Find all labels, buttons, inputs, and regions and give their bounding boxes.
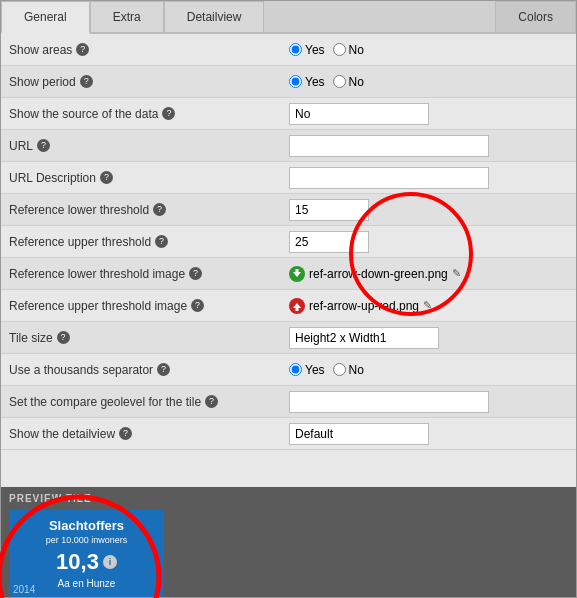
label-show-source: Show the source of the data ? [9,107,289,121]
green-icon [289,266,305,282]
row-show-period: Show period ? Yes No [1,66,576,98]
value-tile-size [289,327,568,349]
row-url: URL ? [1,130,576,162]
input-ref-lower-threshold[interactable] [289,199,369,221]
value-ref-upper-image: ref-arrow-up-red.png ✎ [289,298,568,314]
input-url[interactable] [289,135,489,157]
label-url: URL ? [9,139,289,153]
value-url [289,135,568,157]
radio-show-areas-no[interactable]: No [333,43,364,57]
label-ref-lower-threshold: Reference lower threshold ? [9,203,289,217]
label-ref-lower-image: Reference lower threshold image ? [9,267,289,281]
radio-show-period-no[interactable]: No [333,75,364,89]
tab-detailview[interactable]: Detailview [164,1,265,32]
svg-rect-1 [296,269,299,273]
value-compare-geolevel [289,391,568,413]
radio-show-period-yes[interactable]: Yes [289,75,325,89]
tab-colors[interactable]: Colors [495,1,576,32]
help-icon-ref-lower-image[interactable]: ? [189,267,202,280]
label-ref-upper-threshold: Reference upper threshold ? [9,235,289,249]
value-thousands-sep: Yes No [289,363,568,377]
ref-upper-image-filename: ref-arrow-up-red.png [309,299,419,313]
radio-thousands-yes[interactable]: Yes [289,363,325,377]
value-show-areas: Yes No [289,43,568,57]
input-ref-upper-threshold[interactable] [289,231,369,253]
help-icon-url[interactable]: ? [37,139,50,152]
help-icon-ref-upper-threshold[interactable]: ? [155,235,168,248]
help-icon-ref-lower-threshold[interactable]: ? [153,203,166,216]
input-show-detailview[interactable] [289,423,429,445]
value-ref-upper-threshold [289,231,568,253]
row-ref-lower-threshold: Reference lower threshold ? [1,194,576,226]
tile-title: Slachtoffers [19,518,154,534]
help-icon-show-areas[interactable]: ? [76,43,89,56]
input-url-description[interactable] [289,167,489,189]
label-url-description: URL Description ? [9,171,289,185]
svg-rect-3 [296,307,299,311]
edit-ref-lower-image-icon[interactable]: ✎ [452,267,461,280]
value-ref-lower-threshold [289,199,568,221]
tile-region: Aa en Hunze [19,578,154,589]
value-show-period: Yes No [289,75,568,89]
row-ref-lower-image: Reference lower threshold image ? ref-ar… [1,258,576,290]
label-compare-geolevel: Set the compare geolevel for the tile ? [9,395,289,409]
help-icon-compare-geolevel[interactable]: ? [205,395,218,408]
help-icon-show-detailview[interactable]: ? [119,427,132,440]
tab-bar: General Extra Detailview Colors [1,1,576,34]
row-compare-geolevel: Set the compare geolevel for the tile ? [1,386,576,418]
value-url-description [289,167,568,189]
row-show-areas: Show areas ? Yes No [1,34,576,66]
radio-thousands-no[interactable]: No [333,363,364,377]
input-compare-geolevel[interactable] [289,391,489,413]
preview-label: PREVIEW TILE [9,493,568,504]
tile-value: 10,3 i [19,549,154,575]
value-show-detailview [289,423,568,445]
tile-year: 2014 [9,582,39,597]
help-icon-show-period[interactable]: ? [80,75,93,88]
row-show-detailview: Show the detailview ? [1,418,576,450]
red-icon [289,298,305,314]
value-ref-lower-image: ref-arrow-down-green.png ✎ [289,266,568,282]
row-ref-upper-image: Reference upper threshold image ? ref-ar… [1,290,576,322]
help-icon-url-description[interactable]: ? [100,171,113,184]
ref-lower-image-filename: ref-arrow-down-green.png [309,267,448,281]
radio-show-areas-yes[interactable]: Yes [289,43,325,57]
help-icon-thousands-sep[interactable]: ? [157,363,170,376]
input-show-source[interactable] [289,103,429,125]
help-icon-ref-upper-image[interactable]: ? [191,299,204,312]
label-thousands-sep: Use a thousands separator ? [9,363,289,377]
edit-ref-upper-image-icon[interactable]: ✎ [423,299,432,312]
tab-general[interactable]: General [1,1,90,34]
label-show-detailview: Show the detailview ? [9,427,289,441]
input-tile-size[interactable] [289,327,439,349]
row-ref-upper-threshold: Reference upper threshold ? [1,226,576,258]
help-icon-tile-size[interactable]: ? [57,331,70,344]
label-tile-size: Tile size ? [9,331,289,345]
tab-extra[interactable]: Extra [90,1,164,32]
row-url-description: URL Description ? [1,162,576,194]
row-tile-size: Tile size ? [1,322,576,354]
value-show-source [289,103,568,125]
label-show-areas: Show areas ? [9,43,289,57]
help-icon-show-source[interactable]: ? [162,107,175,120]
label-ref-upper-image: Reference upper threshold image ? [9,299,289,313]
tile-info-icon: i [103,555,117,569]
preview-section: PREVIEW TILE Slachtoffers per 10.000 inw… [1,487,576,597]
row-thousands-sep: Use a thousands separator ? Yes No [1,354,576,386]
tile-subtitle: per 10.000 inwoners [19,535,154,545]
row-show-source: Show the source of the data ? [1,98,576,130]
label-show-period: Show period ? [9,75,289,89]
